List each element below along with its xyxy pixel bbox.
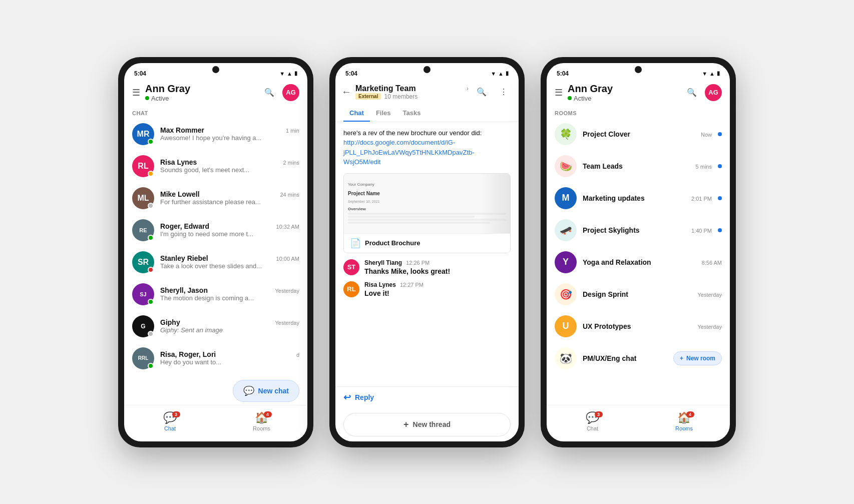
avatar-group: RRL [132,347,154,369]
chat-item-mike[interactable]: ML Mike Lowell 24 mins For further assis… [124,182,307,214]
phone-1-screen: 5:04 ▼ ▲ ▮ ☰ Ann Gray Active 🔍 AG C [124,63,307,441]
avatar-1[interactable]: AG [282,84,299,101]
chat-item-group[interactable]: RRL Risa, Roger, Lori d Hey do you want … [124,342,307,374]
nav-rooms-1[interactable]: 🏠 4 Rooms [216,409,307,433]
room-item-pmux[interactable]: 🐼 PM/UX/Eng chat + New room [547,342,730,374]
doc-line-4 [348,222,490,224]
chat-time-sheryll: Yesterday [275,288,299,294]
battery-2: ▮ [506,70,509,77]
search-button-3[interactable]: 🔍 [683,84,701,102]
chat-list: MR Max Rommer 1 min Awesome! I hope you'… [124,118,307,377]
room-time-marketing: 2:01 PM [691,196,712,202]
back-button[interactable]: ← [341,86,351,98]
chat-content-roger: Roger, Edward 10:32 AM I'm going to need… [160,222,299,238]
doc-link[interactable]: http://docs.google.com/document/d/iG-jPL… [343,139,475,166]
chat-item-max[interactable]: MR Max Rommer 1 min Awesome! I hope you'… [124,118,307,150]
phone-1: 5:04 ▼ ▲ ▮ ☰ Ann Gray Active 🔍 AG C [118,57,313,447]
plus-icon: + [403,419,409,430]
active-dot-1 [145,96,149,100]
phone-notch-2 [423,66,431,73]
header-icons-1: 🔍 AG [260,84,299,102]
room-content-ux: UX Prototypes Yesterday [583,322,722,330]
phone-3-screen: 5:04 ▼ ▲ ▮ ☰ Ann Gray Active 🔍 AG R [547,63,730,441]
more-button-2[interactable]: ⋮ [495,83,513,101]
room-icon-ux: U [555,315,577,337]
nav-chat-3[interactable]: 💬 3 Chat [547,409,638,433]
room-content-pmux: PM/UX/Eng chat [583,354,667,362]
room-content-design: Design Sprint Yesterday [583,290,722,298]
new-thread-button[interactable]: + New thread [343,413,511,436]
chat-item-stanley[interactable]: SR Stanley Riebel 10:00 AM Take a look o… [124,246,307,278]
room-name-teamleads: Team Leads [583,162,623,170]
chat-time-mike: 24 mins [280,192,299,198]
new-room-button[interactable]: + New room [673,351,722,365]
room-item-yoga[interactable]: Y Yoga and Relaxation 8:56 AM [547,246,730,278]
avatar-3[interactable]: AG [705,84,722,101]
chat-time-giphy: Yesterday [275,320,299,326]
status-giphy [148,331,154,337]
chat-preview-stanley: Take a look over these slides and... [160,262,299,270]
time-2: 5:04 [345,70,357,77]
new-room-label: New room [686,355,715,362]
room-name-ux: UX Prototypes [583,322,631,330]
reply-bar[interactable]: ↩ Reply [335,386,519,408]
tab-files[interactable]: Files [370,105,397,122]
sheryll-sender: Sheryll Tiang [364,259,402,266]
unread-teamleads [718,164,722,168]
unread-skylights [718,228,722,232]
chat-time-roger: 10:32 AM [276,224,299,230]
phone-notch-3 [635,66,642,73]
tab-tasks[interactable]: Tasks [397,105,427,122]
time-1: 5:04 [134,70,146,77]
room-item-clover[interactable]: 🍀 Project Clover Now [547,118,730,150]
room-name-design: Design Sprint [583,290,628,298]
room-icon-design: 🎯 [555,283,577,305]
chat-name-risa: Risa Lynes [160,158,197,166]
chat-item-sheryll[interactable]: SJ Sheryll, Jason Yesterday The motion d… [124,278,307,310]
messages-area: here's a rev of the new brochure our ven… [335,122,519,386]
room-top-skylights: Project Skylights 1:40 PM [583,226,712,234]
members-count: 10 members [384,93,417,100]
menu-icon-3[interactable]: ☰ [555,87,563,98]
chat-content-group: Risa, Roger, Lori d Hey do you want to..… [160,350,299,366]
chat-detail-icons: 🔍 ⋮ [473,83,513,101]
room-item-ux[interactable]: U UX Prototypes Yesterday [547,310,730,342]
chat-name-sheryll: Sheryll, Jason [160,286,208,294]
nav-rooms-3[interactable]: 🏠 4 Rooms [638,409,730,433]
room-item-design[interactable]: 🎯 Design Sprint Yesterday [547,278,730,310]
rooms-badge-3: 4 [686,411,694,417]
bottom-nav-1: 💬 3 Chat 🏠 4 Rooms [124,405,307,441]
chat-top-roger: Roger, Edward 10:32 AM [160,222,299,230]
avatar-risa-msg: RL [343,281,359,297]
sheryll-content: Thanks Mike, looks great! [364,267,511,275]
room-top-teamleads: Team Leads 5 mins [583,162,712,170]
chat-item-roger[interactable]: RE Roger, Edward 10:32 AM I'm going to n… [124,214,307,246]
chat-content-giphy: Giphy Yesterday Giphy: Sent an image [160,318,299,334]
status-roger [148,235,154,241]
chat-content-max: Max Rommer 1 min Awesome! I hope you're … [160,126,299,142]
chat-item-giphy[interactable]: G Giphy Yesterday Giphy: Sent an image [124,310,307,342]
room-item-skylights[interactable]: 🛹 Project Skylights 1:40 PM [547,214,730,246]
new-chat-button[interactable]: 💬 New chat [233,380,299,402]
title-row: Marketing Team › [355,84,469,93]
header-subtitle-1: Active [145,95,255,102]
room-top-design: Design Sprint Yesterday [583,290,722,298]
chat-preview-roger: I'm going to need some more t... [160,230,299,238]
chat-content-stanley: Stanley Riebel 10:00 AM Take a look over… [160,254,299,270]
header-icons-3: 🔍 AG [683,84,722,102]
tab-chat[interactable]: Chat [343,105,370,122]
chat-name-giphy: Giphy [160,318,180,326]
menu-icon-1[interactable]: ☰ [132,87,140,98]
chat-top-sheryll: Sheryll, Jason Yesterday [160,286,299,294]
room-item-marketing[interactable]: M Marketing updates 2:01 PM [547,182,730,214]
message-group-1: here's a rev of the new brochure our ven… [343,128,511,167]
chat-item-risa[interactable]: RL Risa Lynes 2 mins Sounds good, let's … [124,150,307,182]
search-button-2[interactable]: 🔍 [473,83,491,101]
rooms-badge-1: 4 [264,411,272,417]
active-label-3: Active [574,95,591,102]
doc-card[interactable]: Your Company Project Name September 10, … [343,173,511,253]
room-item-teamleads[interactable]: 🍉 Team Leads 5 mins [547,150,730,182]
search-button-1[interactable]: 🔍 [260,84,278,102]
nav-chat-1[interactable]: 💬 3 Chat [124,409,216,433]
risa-msg-body: Risa Lynes 12:27 PM Love it! [364,281,511,297]
